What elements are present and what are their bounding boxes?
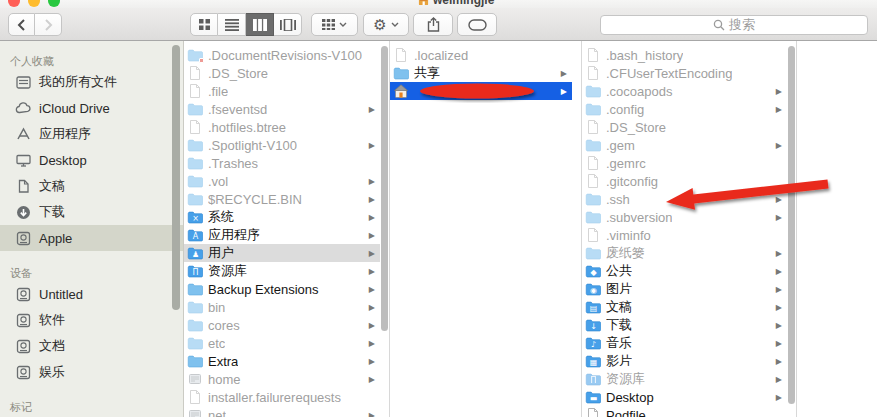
disclosure-triangle-icon: ▶: [776, 303, 782, 312]
item-label: 图片: [606, 280, 632, 298]
list-item[interactable]: ▤ 文稿▶: [582, 298, 787, 316]
list-item[interactable]: .gem▶: [582, 136, 787, 154]
item-label: .fseventsd: [208, 102, 267, 117]
list-item[interactable]: .gemrc: [582, 154, 787, 172]
close-window-button[interactable]: [8, 0, 20, 7]
item-label: 公共: [606, 262, 632, 280]
list-item[interactable]: .Spotlight-V100▶: [184, 136, 380, 154]
list-item[interactable]: .DocumentRevisions-V100: [184, 46, 380, 64]
disclosure-triangle-icon: ▶: [369, 321, 375, 330]
home-column: .bash_history .CFUserTextEncoding .cocoa…: [582, 41, 797, 417]
sidebar-section-header: 设备: [0, 263, 183, 281]
sidebar-item-文稿[interactable]: 文稿: [0, 173, 183, 199]
list-item[interactable]: .CFUserTextEncoding: [582, 64, 787, 82]
disclosure-triangle-icon: ▶: [776, 141, 782, 150]
share-button[interactable]: [413, 13, 453, 36]
svg-text:▦: ▦: [590, 358, 598, 367]
list-item[interactable]: 废纸篓▶: [582, 244, 787, 262]
users-row[interactable]: ♟ 用户▶: [184, 244, 380, 262]
list-item[interactable]: .DS_Store: [184, 64, 380, 82]
sidebar-item-文档[interactable]: 文档: [0, 333, 183, 359]
list-item[interactable]: net▶: [184, 406, 380, 417]
list-item[interactable]: ♪ 音乐▶: [582, 334, 787, 352]
disclosure-triangle-icon: ▶: [369, 303, 375, 312]
sidebar-item-icloud-drive[interactable]: iCloud Drive: [0, 95, 183, 121]
list-item[interactable]: .DS_Store: [582, 118, 787, 136]
folder-icon: [187, 317, 203, 333]
search-input[interactable]: 搜索: [600, 15, 868, 35]
list-item[interactable]: installer.failurerequests: [184, 388, 380, 406]
back-button[interactable]: [8, 13, 35, 36]
list-item[interactable]: .gitconfig: [582, 172, 787, 190]
svg-text:▬: ▬: [590, 394, 598, 403]
ssh-row[interactable]: .ssh▶: [582, 190, 787, 208]
icon-view-button[interactable]: [190, 13, 218, 36]
sidebar-item-娱乐[interactable]: 娱乐: [0, 359, 183, 385]
item-label: .CFUserTextEncoding: [606, 66, 732, 81]
list-item[interactable]: Podfile: [582, 406, 787, 417]
sidebar-item-软件[interactable]: 软件: [0, 307, 183, 333]
list-item[interactable]: ◉ 图片▶: [582, 280, 787, 298]
list-item[interactable]: cores▶: [184, 316, 380, 334]
disclosure-triangle-icon: ▶: [369, 357, 375, 366]
list-item[interactable]: × 系统▶: [184, 208, 380, 226]
disclosure-triangle-icon: ▶: [776, 195, 782, 204]
list-item[interactable]: etc▶: [184, 334, 380, 352]
list-item[interactable]: Extra▶: [184, 352, 380, 370]
sidebar-item-我的所有文件[interactable]: 我的所有文件: [0, 69, 183, 95]
list-item[interactable]: 共享▶: [390, 64, 572, 82]
sidebar-item-untitled[interactable]: Untitled: [0, 281, 183, 307]
list-item[interactable]: ◆ 公共▶: [582, 262, 787, 280]
list-item[interactable]: Π 资源库▶: [184, 262, 380, 280]
list-view-button[interactable]: [218, 13, 246, 36]
item-label: .ssh: [606, 192, 630, 207]
forward-button[interactable]: [35, 13, 62, 36]
list-item[interactable]: ▬ Desktop▶: [582, 388, 787, 406]
action-button[interactable]: ⚙: [363, 13, 409, 36]
list-item[interactable]: ↓ 下载▶: [582, 316, 787, 334]
home-icon: [393, 83, 409, 99]
sidebar-item-下载[interactable]: 下载: [0, 199, 183, 225]
list-item[interactable]: .localized: [390, 46, 572, 64]
list-item[interactable]: .cocoapods▶: [582, 82, 787, 100]
sidebar-item-apple[interactable]: Apple: [0, 225, 183, 251]
column-scrollbar[interactable]: [381, 46, 388, 331]
item-label: 资源库: [208, 262, 247, 280]
list-item[interactable]: .fseventsd▶: [184, 100, 380, 118]
item-label: Backup Extensions: [208, 282, 319, 297]
column-scrollbar[interactable]: [788, 46, 795, 404]
folder-icon: [585, 209, 601, 225]
sidebar-scrollbar[interactable]: [172, 45, 180, 310]
list-item[interactable]: Π 资源库▶: [582, 370, 787, 388]
list-item[interactable]: home▶: [184, 370, 380, 388]
sidebar-item-desktop[interactable]: Desktop: [0, 147, 183, 173]
list-item[interactable]: .subversion▶: [582, 208, 787, 226]
list-item[interactable]: bin▶: [184, 298, 380, 316]
coverflow-view-icon: [280, 19, 296, 31]
sidebar-item-应用程序[interactable]: 应用程序: [0, 121, 183, 147]
list-item[interactable]: Backup Extensions▶: [184, 280, 380, 298]
list-item[interactable]: .vol▶: [184, 172, 380, 190]
minimize-window-button[interactable]: [28, 0, 40, 7]
item-label: .DS_Store: [606, 120, 666, 135]
list-item[interactable]: .bash_history: [582, 46, 787, 64]
list-item[interactable]: .Trashes: [184, 154, 380, 172]
arrange-button[interactable]: [311, 13, 358, 36]
redacted-user-home-row[interactable]: ▶: [390, 82, 572, 100]
disclosure-triangle-icon: ▶: [369, 195, 375, 204]
item-label: .subversion: [606, 210, 672, 225]
list-item[interactable]: .hotfiles.btree: [184, 118, 380, 136]
list-item[interactable]: A 应用程序▶: [184, 226, 380, 244]
list-item[interactable]: .config▶: [582, 100, 787, 118]
list-item[interactable]: $RECYCLE.BIN▶: [184, 190, 380, 208]
column-view-button[interactable]: [246, 13, 274, 36]
coverflow-view-button[interactable]: [274, 13, 302, 36]
list-item[interactable]: ▦ 影片▶: [582, 352, 787, 370]
sidebar: 个人收藏 我的所有文件 iCloud Drive 应用程序 Desktop 文稿…: [0, 41, 184, 417]
list-item[interactable]: .file: [184, 82, 380, 100]
tags-button[interactable]: [457, 13, 497, 36]
item-label: .gemrc: [606, 156, 646, 171]
list-item[interactable]: .viminfo: [582, 226, 787, 244]
disclosure-triangle-icon: ▶: [776, 375, 782, 384]
zoom-window-button[interactable]: [48, 0, 60, 7]
